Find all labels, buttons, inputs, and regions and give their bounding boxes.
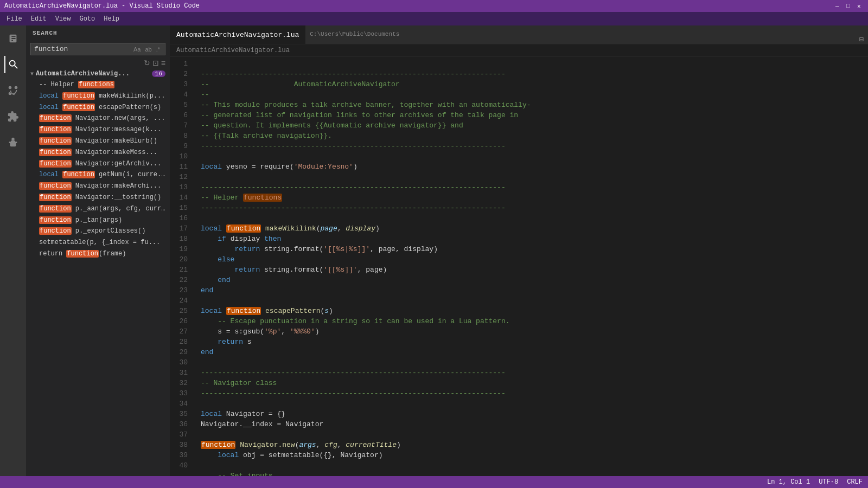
titlebar-title: AutomaticArchiveNavigator.lua - Visual S… [4, 2, 200, 10]
activity-extensions-icon[interactable] [4, 108, 22, 125]
menubar: File Edit View Goto Help [0, 12, 868, 25]
activity-search-icon[interactable] [4, 56, 22, 73]
activity-source-control-icon[interactable] [4, 82, 22, 99]
use-regex-button[interactable]: .* [155, 46, 162, 53]
tab-path: C:\Users\Public\Documents [305, 25, 404, 44]
split-editor-icon[interactable]: ⊟ [859, 35, 864, 44]
list-item[interactable]: function p._aan(args, cfg, curr... [26, 203, 170, 215]
search-box[interactable]: Aa ab .* [30, 43, 165, 55]
close-button[interactable]: ✕ [857, 3, 864, 9]
window-controls[interactable]: — □ ✕ [835, 3, 864, 9]
editor-tab[interactable]: AutomaticArchiveNavigator.lua [170, 25, 305, 44]
list-item[interactable]: function Navigator:message(k... [26, 124, 170, 136]
main-layout: SEARCH Aa ab .* ↻ ⊡ ≡ ▼ AutomaticArchive… [0, 25, 868, 476]
menu-view[interactable]: View [51, 14, 75, 24]
file-group-name: AutomaticArchiveNavig... [36, 70, 150, 78]
clear-results-button[interactable]: ⊡ [152, 59, 159, 67]
list-item[interactable]: setmetatable(p, {_index = fu... [26, 237, 170, 248]
breadcrumb-text: AutomaticArchiveNavigator.lua [176, 47, 290, 54]
code-content[interactable]: ----------------------------------------… [194, 56, 868, 476]
match-word-button[interactable]: ab [143, 46, 153, 53]
menu-file[interactable]: File [2, 14, 27, 24]
line-numbers: 1 2 3 4 5 6 7 8 9 10 11 12 13 14 15 16 1… [170, 56, 194, 476]
list-item[interactable]: function Navigator:makeArchi... [26, 181, 170, 192]
list-item[interactable]: -- Helper functions [26, 79, 170, 91]
list-item[interactable]: function Navigator:getArchiv... [26, 158, 170, 170]
titlebar: AutomaticArchiveNavigator.lua - Visual S… [0, 0, 868, 12]
chevron-icon: ▼ [30, 71, 34, 77]
list-item[interactable]: function Navigator.new(args, ... [26, 113, 170, 124]
tab-bar: AutomaticArchiveNavigator.lua C:\Users\P… [170, 25, 868, 44]
sidebar: SEARCH Aa ab .* ↻ ⊡ ≡ ▼ AutomaticArchive… [26, 25, 170, 476]
search-input[interactable] [34, 45, 130, 53]
list-item[interactable]: function Navigator:__tostring() [26, 192, 170, 203]
menu-edit[interactable]: Edit [27, 14, 51, 24]
result-count-badge: 16 [152, 70, 165, 77]
breadcrumb: AutomaticArchiveNavigator.lua [170, 44, 868, 56]
collapse-all-button[interactable]: ≡ [161, 59, 165, 67]
status-bar: Ln 1, Col 1 UTF-8 CRLF [0, 476, 868, 488]
search-actions: ↻ ⊡ ≡ [26, 57, 170, 68]
maximize-button[interactable]: □ [846, 3, 853, 9]
minimize-button[interactable]: — [835, 3, 842, 9]
activity-bar [0, 25, 26, 476]
status-right: Ln 1, Col 1 UTF-8 CRLF [767, 478, 863, 486]
menu-help[interactable]: Help [99, 14, 124, 24]
file-group: ▼ AutomaticArchiveNavig... 16 -- Helper … [26, 68, 170, 260]
cursor-position[interactable]: Ln 1, Col 1 [767, 478, 810, 486]
tab-filename: AutomaticArchiveNavigator.lua [176, 31, 299, 39]
search-options: Aa ab .* [132, 46, 162, 53]
menu-goto[interactable]: Goto [75, 14, 99, 24]
encoding[interactable]: UTF-8 [819, 478, 838, 486]
code-editor[interactable]: 1 2 3 4 5 6 7 8 9 10 11 12 13 14 15 16 1… [170, 56, 868, 476]
activity-files-icon[interactable] [4, 30, 22, 47]
list-item[interactable]: function p._tan(args) [26, 215, 170, 226]
line-ending[interactable]: CRLF [847, 478, 863, 486]
match-case-button[interactable]: Aa [132, 46, 142, 53]
file-group-header[interactable]: ▼ AutomaticArchiveNavig... 16 [26, 68, 170, 79]
list-item[interactable]: local function escapePattern(s) [26, 102, 170, 113]
editor-area: AutomaticArchiveNavigator.lua C:\Users\P… [170, 25, 868, 476]
sidebar-header: SEARCH [26, 25, 170, 41]
list-item[interactable]: function p._exportClasses() [26, 226, 170, 237]
results-tree[interactable]: ▼ AutomaticArchiveNavig... 16 -- Helper … [26, 68, 170, 476]
list-item[interactable]: local function makeWikilink(p... [26, 91, 170, 102]
list-item[interactable]: return function(frame) [26, 248, 170, 260]
top-right-icons: ⊟ [859, 35, 868, 44]
list-item[interactable]: local function getNum(i, curre... [26, 169, 170, 181]
activity-debug-icon[interactable] [4, 134, 22, 151]
list-item[interactable]: function Navigator:makeBlurb() [26, 136, 170, 147]
list-item[interactable]: function Navigator:makeMess... [26, 147, 170, 158]
refresh-button[interactable]: ↻ [144, 59, 150, 67]
